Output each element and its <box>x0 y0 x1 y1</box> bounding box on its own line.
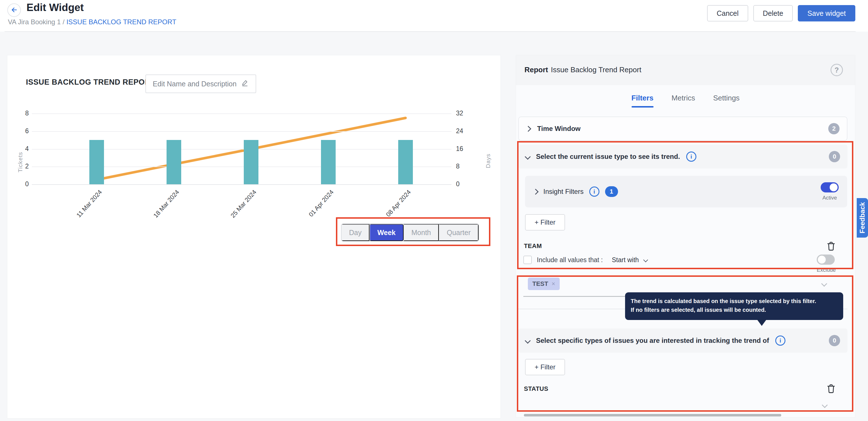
trash-icon[interactable] <box>825 240 837 253</box>
tooltip-arrow <box>757 319 767 326</box>
x-axis-label: 11 Mar 2024 <box>64 189 104 231</box>
toggle-knob <box>830 184 838 191</box>
chart-bar[interactable] <box>89 140 104 184</box>
include-all-values-label: Include all values that : <box>537 256 603 264</box>
right-axis-tick: 8 <box>456 163 476 170</box>
include-all-values-checkbox[interactable] <box>523 256 532 264</box>
report-name: Issue Backlog Trend Report <box>551 65 642 74</box>
top-bar: Edit Widget VA Jira Booking 1 / ISSUE BA… <box>0 0 868 32</box>
exclude-toggle-label: Exclude <box>817 267 836 273</box>
panel-tabs: Filters Metrics Settings <box>516 94 855 108</box>
issue-type-section-header[interactable]: Select the current issue type to see its… <box>518 145 847 168</box>
active-toggle-wrap: Active <box>820 182 839 201</box>
header-divider <box>4 31 856 32</box>
team-heading: TEAM <box>524 243 542 250</box>
x-axis-label: 18 Mar 2024 <box>142 189 181 231</box>
team-value-tag[interactable]: TEST × <box>528 278 560 290</box>
right-axis-tick: 0 <box>456 180 476 188</box>
grid-line <box>32 113 452 114</box>
exclude-toggle[interactable] <box>817 254 835 265</box>
report-title: ReportIssue Backlog Trend Report <box>524 65 642 74</box>
team-include-row: Include all values that : Start with <box>523 256 647 264</box>
granularity-day-button[interactable]: Day <box>342 224 369 241</box>
status-input-underline[interactable] <box>524 414 781 417</box>
edit-pencil-icon <box>241 79 249 89</box>
report-settings-panel: ReportIssue Backlog Trend Report ? Filte… <box>516 55 855 418</box>
breadcrumb: VA Jira Booking 1 / ISSUE BACKLOG TREND … <box>8 18 177 26</box>
edit-name-label: Edit Name and Description <box>153 80 237 88</box>
breadcrumb-separator: / <box>61 18 66 26</box>
tab-filters[interactable]: Filters <box>631 94 654 108</box>
chevron-down-icon <box>525 153 531 160</box>
issue-type-section-badge: 0 <box>829 151 840 162</box>
exclude-toggle-wrap: Exclude <box>817 254 836 273</box>
back-button[interactable] <box>7 3 21 17</box>
tab-settings[interactable]: Settings <box>713 94 740 108</box>
info-icon[interactable]: i <box>686 151 696 162</box>
grid-line <box>32 184 452 185</box>
breadcrumb-report-link[interactable]: ISSUE BACKLOG TREND REPORT <box>66 18 177 26</box>
operator-select[interactable]: Start with <box>612 256 647 264</box>
left-axis-tick: 6 <box>11 127 29 135</box>
dropdown-chevron-icon[interactable] <box>821 281 827 287</box>
tab-metrics[interactable]: Metrics <box>672 94 695 108</box>
time-window-badge: 2 <box>828 123 840 134</box>
trash-icon[interactable] <box>825 383 837 395</box>
right-axis-tick: 16 <box>456 145 476 153</box>
dropdown-chevron-icon[interactable] <box>822 402 828 408</box>
filter-tooltip: The trend is calculated based on the iss… <box>625 292 843 320</box>
insight-filters-badge: 1 <box>605 186 618 197</box>
chevron-down-icon <box>643 258 648 262</box>
back-arrow-icon <box>10 6 18 15</box>
granularity-week-button[interactable]: Week <box>369 224 404 241</box>
widget-title: ISSUE BACKLOG TREND REPORT <box>26 78 155 87</box>
time-window-label: Time Window <box>537 125 581 133</box>
chart-bar[interactable] <box>244 140 258 184</box>
active-toggle-label: Active <box>820 195 839 201</box>
close-icon[interactable]: × <box>552 280 555 287</box>
toggle-knob <box>818 256 826 263</box>
chevron-right-icon <box>525 125 531 132</box>
insight-filters-active-toggle[interactable] <box>820 182 839 192</box>
page-title: Edit Widget <box>27 2 84 13</box>
edit-name-description-button[interactable]: Edit Name and Description <box>146 75 256 93</box>
insight-filters-card[interactable]: Insight Filters i 1 Active <box>525 176 847 207</box>
report-label: Report <box>524 65 548 74</box>
right-axis-title: Days <box>485 129 492 168</box>
add-filter-button[interactable]: + Filter <box>525 214 565 230</box>
granularity-month-button[interactable]: Month <box>404 224 439 241</box>
left-axis-tick: 4 <box>11 145 29 153</box>
specific-types-section-header[interactable]: Select specific types of issues you are … <box>518 329 847 353</box>
widget-preview-card: ISSUE BACKLOG TREND REPORT Edit Name and… <box>7 55 501 418</box>
specific-types-section-badge: 0 <box>829 335 840 346</box>
granularity-quarter-button[interactable]: Quarter <box>439 224 478 241</box>
topbar-actions: Cancel Delete Save widget <box>707 5 855 22</box>
chart-bar[interactable] <box>398 140 413 184</box>
left-axis-tick: 0 <box>11 180 29 188</box>
save-widget-button[interactable]: Save widget <box>798 5 855 22</box>
add-filter-button[interactable]: + Filter <box>525 359 565 375</box>
breadcrumb-project: VA Jira Booking 1 <box>8 18 61 26</box>
info-icon[interactable]: i <box>775 336 785 346</box>
feedback-tab[interactable]: Feedback <box>857 198 868 237</box>
tag-label: TEST <box>532 280 548 287</box>
right-axis-tick: 24 <box>456 127 476 135</box>
grid-line <box>32 131 452 132</box>
insight-filters-label: Insight Filters <box>544 188 584 196</box>
info-icon[interactable]: i <box>589 187 599 197</box>
specific-types-section-label: Select specific types of issues you are … <box>536 337 769 344</box>
tooltip-line-1: The trend is calculated based on the iss… <box>631 297 838 306</box>
delete-button[interactable]: Delete <box>753 5 793 22</box>
cancel-button[interactable]: Cancel <box>707 5 748 22</box>
chart-bar[interactable] <box>321 140 336 184</box>
left-axis-tick: 2 <box>11 163 29 170</box>
granularity-segmented-control: DayWeekMonthQuarter <box>341 223 479 242</box>
issue-type-section-label: Select the current issue type to see its… <box>536 153 680 161</box>
chevron-down-icon <box>525 337 531 343</box>
chart-bar[interactable] <box>166 140 181 184</box>
x-axis-label: 25 Mar 2024 <box>219 189 258 231</box>
help-icon[interactable]: ? <box>831 64 843 76</box>
operator-value: Start with <box>612 256 639 264</box>
time-window-section[interactable]: Time Window 2 <box>518 116 847 141</box>
right-axis-tick: 32 <box>456 110 476 117</box>
